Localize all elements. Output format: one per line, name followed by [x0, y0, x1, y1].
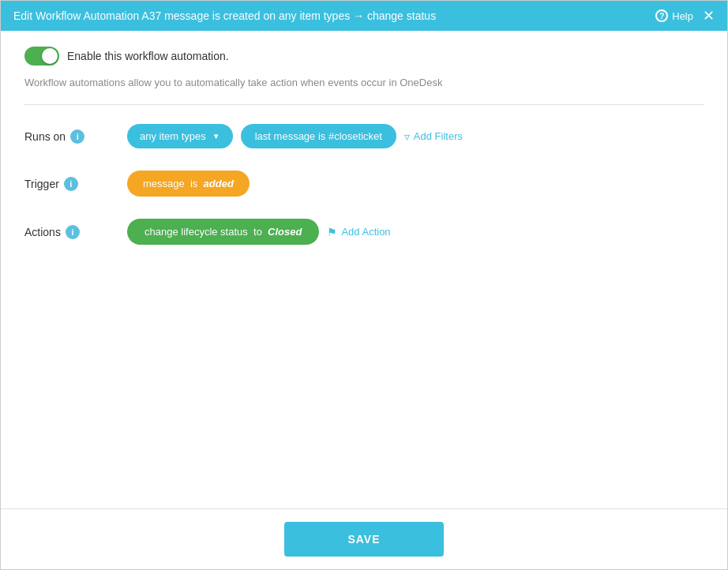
- runs-on-row: Runs on i any item types ▼ last message …: [24, 124, 704, 148]
- filter-tag-button[interactable]: last message is #closeticket: [241, 124, 396, 148]
- filter-tag-label: last message is #closeticket: [255, 130, 382, 142]
- help-button[interactable]: ? Help: [655, 9, 693, 22]
- runs-on-controls: any item types ▼ last message is #closet…: [127, 124, 463, 148]
- help-circle-icon: ?: [655, 9, 668, 22]
- enable-label: Enable this workflow automation.: [67, 50, 229, 62]
- close-button[interactable]: ✕: [703, 9, 715, 23]
- actions-info-icon[interactable]: i: [66, 225, 80, 239]
- titlebar: Edit Workflow Automation A37 message is …: [1, 1, 727, 31]
- actions-label-col: Actions i: [24, 225, 127, 239]
- trigger-row: Trigger i message is added: [24, 171, 704, 197]
- actions-label: Actions: [24, 226, 61, 238]
- enable-toggle[interactable]: [24, 47, 59, 66]
- add-action-button[interactable]: ⚑ Add Action: [327, 226, 390, 238]
- trigger-info-icon[interactable]: i: [64, 177, 78, 191]
- actions-controls: change lifecycle status to Closed ⚑ Add …: [127, 219, 391, 245]
- help-label: Help: [672, 10, 693, 22]
- item-types-button[interactable]: any item types ▼: [127, 124, 233, 148]
- enable-row: Enable this workflow automation.: [24, 47, 704, 66]
- runs-on-info-icon[interactable]: i: [70, 129, 84, 144]
- runs-on-label: Runs on: [24, 130, 66, 143]
- actions-row: Actions i change lifecycle status to Clo…: [24, 219, 704, 245]
- flag-icon: ⚑: [327, 226, 337, 238]
- titlebar-controls: ? Help ✕: [655, 9, 715, 23]
- trigger-button[interactable]: message is added: [127, 171, 250, 197]
- chevron-down-icon: ▼: [212, 132, 220, 141]
- runs-on-label-col: Runs on i: [24, 129, 127, 144]
- add-filters-label: Add Filters: [414, 130, 463, 142]
- window-title: Edit Workflow Automation A37 message is …: [13, 9, 436, 22]
- footer: save: [1, 508, 727, 569]
- trigger-label: Trigger: [24, 178, 59, 190]
- action-button[interactable]: change lifecycle status to Closed: [127, 219, 319, 245]
- save-button[interactable]: save: [284, 522, 443, 557]
- workflow-automation-window: Edit Workflow Automation A37 message is …: [0, 0, 728, 570]
- trigger-label-col: Trigger i: [24, 177, 127, 191]
- add-action-label: Add Action: [341, 226, 390, 238]
- filter-icon: ▿: [404, 130, 410, 143]
- divider: [24, 104, 704, 105]
- workflow-description: Workflow automations allow you to automa…: [24, 77, 704, 88]
- item-types-label: any item types: [140, 130, 206, 142]
- trigger-controls: message is added: [127, 171, 250, 197]
- add-filters-button[interactable]: ▿ Add Filters: [404, 130, 463, 143]
- content-area: Enable this workflow automation. Workflo…: [1, 31, 727, 508]
- toggle-knob: [42, 48, 58, 64]
